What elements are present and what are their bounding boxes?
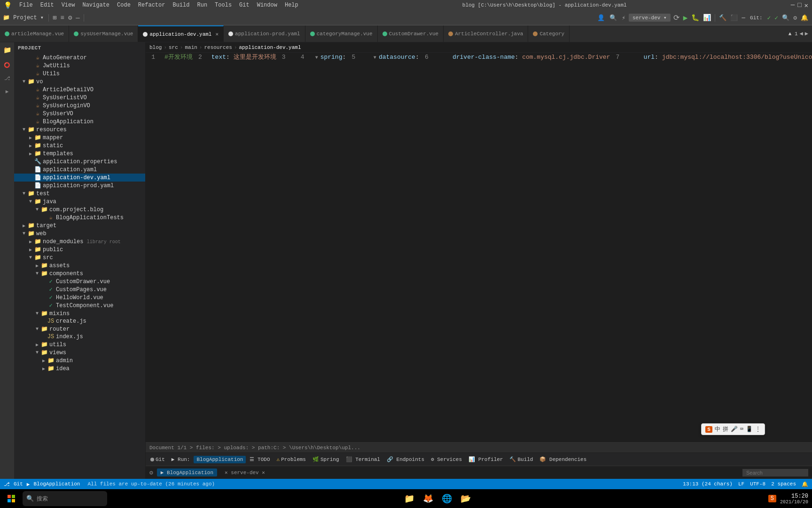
tab-label-5[interactable]: categoryManage.vue [317,31,373,37]
taskbar-browser[interactable]: 🦊 [421,491,436,506]
run-status-label[interactable]: BlogApplication [33,481,80,487]
tree-item-helloworld-vue[interactable]: ✓ HelloWorld.vue [14,294,145,302]
run-status-icon[interactable]: ▶ [27,481,30,487]
debug-btn[interactable]: 🐛 [691,14,699,22]
tree-item-src[interactable]: ▼ 📁 src [14,254,145,262]
taskbar-ime-s[interactable]: S [768,495,776,502]
tree-item-node-modules[interactable]: ▶ 📁 node_modules library root [14,238,145,246]
tab-label-2[interactable]: sysUserManage.vue [80,31,133,37]
tab-category[interactable]: Category [528,25,570,42]
tab-label-8[interactable]: Category [539,31,564,37]
encoding[interactable]: UTF-8 [750,481,765,487]
profile-btn[interactable]: 📊 [703,14,711,22]
tab-label-7[interactable]: ArticleController.java [455,31,523,37]
crumb-blog[interactable]: blog [149,45,162,50]
tree-item-sysuserloginvo[interactable]: ☕ SysUserLoginVO [14,102,145,110]
tab-close-3[interactable]: ✕ [215,31,219,37]
tab-label-4[interactable]: application-prod.yaml [235,31,300,37]
panel-tab-terminal[interactable]: ⬛ Terminal [343,455,383,463]
tab-article-manage[interactable]: articleManage.vue [0,25,69,42]
tree-item-blogapplication[interactable]: ☕ BlogApplication [14,118,145,126]
tab-category-manage[interactable]: categoryManage.vue [305,25,378,42]
tab-label-1[interactable]: articleManage.vue [11,31,64,37]
run-bar-icon-gear[interactable]: ⚙ [149,469,153,476]
code-editor[interactable]: 1 #开发环境 2 text: 这里是开发环境 3 4 ▼spring: 5 ▼… [146,53,812,442]
tree-item-utils[interactable]: ☕ Utils [14,70,145,78]
tree-item-admin[interactable]: ▶ 📁 admin [14,357,145,365]
tree-item-application-properties[interactable]: 🔧 application.properties [14,158,145,166]
menu-file[interactable]: File [19,2,33,8]
close-side-btn[interactable]: — [76,14,79,22]
tab-label-6[interactable]: CustomDrawer.vue [389,31,439,37]
panel-tab-profiler[interactable]: 📊 Profiler [466,455,506,463]
tree-item-components[interactable]: ▼ 📁 components [14,270,145,278]
tree-item-create-js[interactable]: JS create.js [14,318,145,325]
tree-item-mixins[interactable]: ▼ 📁 mixins [14,310,145,318]
toolbar-settings-btn[interactable]: ⚙ [793,14,797,22]
git-checkmark2[interactable]: ✓ [774,14,778,22]
crumb-src[interactable]: src [169,45,178,50]
tab-custom-drawer[interactable]: CustomDrawer.vue [378,25,444,42]
menu-navigate[interactable]: Navigate [82,2,109,8]
tree-item-public[interactable]: ▶ 📁 public [14,246,145,254]
tree-item-index-js[interactable]: JS index.js [14,333,145,341]
tree-item-idea[interactable]: ▶ 📁 idea [14,365,145,373]
tab-sysuser-manage[interactable]: sysUserManage.vue [69,25,138,42]
panel-tab-problems[interactable]: ⚠ Problems [274,455,309,463]
panel-tab-todo[interactable]: ☰ TODO [247,455,273,463]
taskbar-files[interactable]: 📂 [458,491,473,506]
notifications-icon[interactable]: 🔔 [802,481,808,487]
tree-item-autogenerator[interactable]: ☕ AutoGenerator [14,54,145,62]
toolbar-icon-3[interactable]: ⚡ [622,14,625,22]
git-checkmark1[interactable]: ✓ [767,14,771,22]
git-icon[interactable]: ⎇ [4,481,10,487]
toolbar-icons-more[interactable]: ⋯ [742,14,745,22]
tree-item-application-yaml[interactable]: 📄 application.yaml [14,166,145,174]
crumb-resources[interactable]: resources [204,45,232,50]
tree-item-app-dev-yaml[interactable]: 📄 application-dev.yaml [14,174,145,182]
activity-git[interactable]: ⎇ [1,72,13,84]
git-label[interactable]: Git: [750,15,762,21]
menu-code[interactable]: Code [117,2,131,8]
activity-project[interactable]: 📁 [1,44,13,56]
settings-btn[interactable]: ⚙ [68,14,72,22]
panel-tab-spring[interactable]: 🌿 Spring [310,455,342,463]
panel-tab-build[interactable]: 🔨 Build [507,455,536,463]
tree-item-app-prod-yaml[interactable]: 📄 application-prod.yaml [14,182,145,190]
menu-refactor[interactable]: Refactor [138,2,165,8]
minimize-button[interactable]: ─ [791,1,795,9]
tree-item-sysuserlistvo[interactable]: ☕ SysUserListVO [14,94,145,102]
maximize-button[interactable]: □ [797,1,801,9]
menu-git[interactable]: Git [239,2,250,8]
taskbar-explorer[interactable]: 📁 [402,491,417,506]
panel-tab-git[interactable]: Git [148,456,168,463]
start-button[interactable] [4,491,19,506]
ime-pinyin[interactable]: 拼 [723,425,728,433]
tree-item-templates[interactable]: ▶ 📁 templates [14,150,145,158]
tree-item-jwtutils[interactable]: ☕ JwtUtils [14,62,145,70]
tree-item-custompages-vue[interactable]: ✓ CustomPages.vue [14,286,145,294]
play-btn[interactable]: ▶ [683,13,688,23]
ime-keyboard[interactable]: ⌨ [740,426,743,433]
ime-chinese[interactable]: 中 [715,425,720,433]
tree-item-test[interactable]: ▼ 📁 test [14,190,145,198]
run-config-btn[interactable]: ⟳ [673,13,679,23]
tree-item-utils-folder[interactable]: ▶ 📁 utils [14,341,145,349]
menu-build[interactable]: Build [172,2,189,8]
crumb-file[interactable]: application-dev.yaml [239,45,301,50]
tree-item-java[interactable]: ▼ 📁 java [14,198,145,206]
panel-tab-services[interactable]: ⚙ Services [428,455,465,463]
run-tab-servedev[interactable]: ✕ serve-dev ✕ [221,468,269,476]
tree-item-web[interactable]: ▼ 📁 web [14,230,145,238]
taskbar-chrome[interactable]: 🌐 [439,491,454,506]
git-branch-label[interactable]: Git [14,481,23,487]
toolbar-icon-2[interactable]: 🔍 [609,14,617,22]
tree-item-mapper[interactable]: ▶ 📁 mapper [14,134,145,142]
structure-btn[interactable]: ⊞ [53,14,56,22]
tree-item-testcomponent-vue[interactable]: ✓ TestComponent.vue [14,302,145,310]
tree-item-views[interactable]: ▼ 📁 views [14,349,145,357]
run-search-input[interactable] [742,469,808,476]
toolbar-icon-stop[interactable]: ⬛ [730,14,738,22]
crumb-main[interactable]: main [185,45,197,50]
toolbar-icon-build[interactable]: 🔨 [719,14,726,22]
